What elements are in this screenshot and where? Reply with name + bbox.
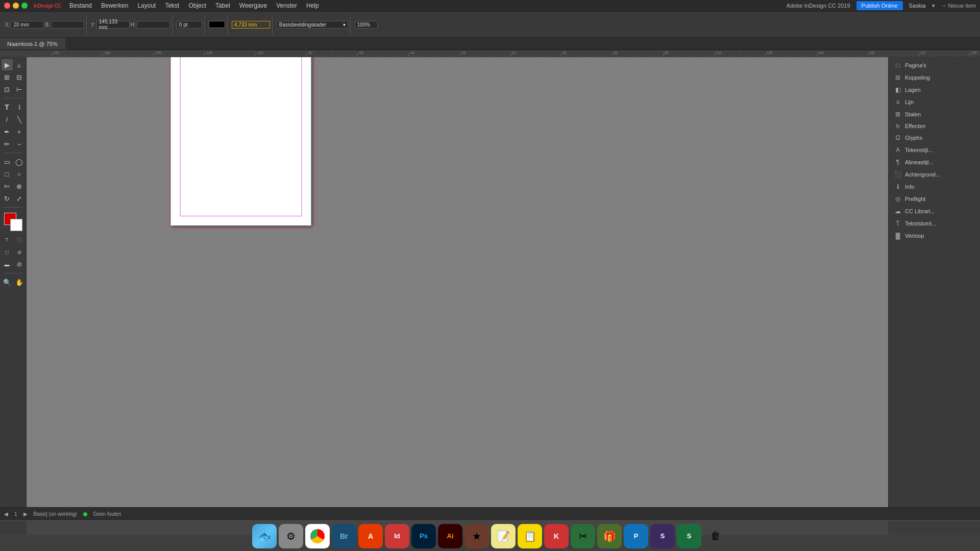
page-canvas[interactable] bbox=[171, 57, 311, 226]
dock-stickies[interactable]: 📋 bbox=[518, 524, 542, 548]
tab-naamloos[interactable]: Naamloos-1 @ 75% bbox=[0, 38, 65, 49]
panel-tekststoml[interactable]: T Tekststoml... bbox=[889, 217, 980, 230]
menu-bewerken[interactable]: Bewerken bbox=[97, 1, 132, 10]
line-tool[interactable]: / bbox=[2, 114, 13, 125]
maximize-button[interactable] bbox=[21, 3, 28, 9]
panel-lagen[interactable]: ◧ Lagen bbox=[889, 84, 980, 96]
panel-preflight[interactable]: ◎ Preflight bbox=[889, 193, 980, 205]
coord-input[interactable]: 4,733 mm bbox=[232, 21, 270, 29]
svg-text:10: 10 bbox=[511, 51, 516, 55]
content-place-tool[interactable]: ⊢ bbox=[14, 84, 25, 95]
content-collect-tool[interactable]: ⊡ bbox=[2, 84, 13, 95]
dock-trash[interactable]: 🗑 bbox=[703, 524, 728, 548]
dock-app6[interactable]: S bbox=[677, 524, 701, 548]
dock-finder[interactable]: 🐟 bbox=[252, 524, 277, 548]
dock-app4[interactable]: P bbox=[624, 524, 648, 548]
page-nav-next[interactable]: ▶ bbox=[23, 511, 28, 517]
x-label: X: bbox=[5, 22, 10, 28]
panel-cc-libraries[interactable]: ☁ CC Librari... bbox=[889, 205, 980, 217]
panel-paginas[interactable]: □ Pagina's bbox=[889, 59, 980, 71]
type-path-tool[interactable]: ⌇ bbox=[14, 102, 25, 113]
panel-verloop[interactable]: ▓ Verloop bbox=[889, 230, 980, 242]
rect-frame-tool[interactable]: ▭ bbox=[2, 156, 13, 167]
chrome-icon bbox=[310, 529, 325, 543]
menu-tekst[interactable]: Tekst bbox=[161, 1, 183, 10]
panel-lijn[interactable]: ≡ Lijn bbox=[889, 96, 980, 108]
normal-mode[interactable]: T bbox=[2, 234, 13, 245]
dock-notes[interactable]: 📝 bbox=[491, 524, 516, 548]
main-layout: ▶ ▵ ⊞ ⊟ ⊡ ⊢ T ⌇ / ╲ ✒ + ✏ ~ ▭ bbox=[0, 57, 980, 535]
panel-stalen[interactable]: ⊠ Stalen bbox=[889, 108, 980, 120]
add-anchor-tool[interactable]: + bbox=[14, 126, 25, 137]
panel-achtergrond[interactable]: ⬛ Achtergrond... bbox=[889, 168, 980, 181]
zoom-input[interactable]: 100% bbox=[355, 21, 378, 29]
view-mode1[interactable]: □ bbox=[2, 246, 13, 258]
page-nav-prev[interactable]: ◀ bbox=[4, 511, 8, 517]
close-button[interactable] bbox=[4, 3, 10, 9]
panel-tekenstijl[interactable]: A Tekenstijl... bbox=[889, 144, 980, 156]
h-input[interactable] bbox=[137, 21, 170, 29]
gap-tool[interactable]: ⊟ bbox=[14, 71, 25, 83]
hand-tool[interactable]: ✋ bbox=[14, 277, 25, 288]
dock-app5[interactable]: S bbox=[650, 524, 675, 548]
pencil-tool[interactable]: ✏ bbox=[2, 138, 13, 149]
scissors-tool[interactable]: ✄ bbox=[2, 181, 13, 192]
panel-glyphs[interactable]: Ω Glyphs bbox=[889, 132, 980, 144]
y-input[interactable]: 145,133 mm bbox=[96, 21, 130, 29]
toolbar-fill-group bbox=[207, 14, 228, 35]
menu-help[interactable]: Help bbox=[302, 1, 323, 10]
ellipse-frame-tool[interactable]: ◯ bbox=[14, 156, 25, 167]
scale-tool[interactable]: ⤢ bbox=[14, 193, 25, 204]
panel-koppeling[interactable]: ⊞ Koppeling bbox=[889, 71, 980, 84]
dock-illustrator[interactable]: Ai bbox=[438, 524, 462, 548]
menu-bestand[interactable]: Bestand bbox=[65, 1, 96, 10]
dock-indesign[interactable]: Id bbox=[385, 524, 409, 548]
dock-chrome[interactable] bbox=[305, 524, 330, 548]
menu-tabel[interactable]: Tabel bbox=[211, 1, 234, 10]
toolbar-stroke-group: 0 pt bbox=[175, 14, 205, 35]
view-mode2[interactable]: ⊘ bbox=[14, 246, 25, 258]
fill-preview[interactable] bbox=[209, 21, 225, 28]
ellipse-tool[interactable]: ○ bbox=[14, 168, 25, 180]
gradient-tool[interactable]: ▬ bbox=[2, 259, 13, 270]
panel-effecten[interactable]: fx Effecten bbox=[889, 120, 980, 132]
menu-venster[interactable]: Venster bbox=[272, 1, 301, 10]
traffic-lights bbox=[4, 3, 28, 9]
background-color[interactable] bbox=[10, 219, 22, 231]
dock-system-prefs[interactable]: ⚙ bbox=[279, 524, 303, 548]
rect-tool[interactable]: □ bbox=[2, 168, 13, 180]
user-dropdown[interactable]: ▾ bbox=[932, 3, 935, 9]
direct-select-tool[interactable]: ▵ bbox=[14, 59, 25, 70]
panel-info[interactable]: ℹ Info bbox=[889, 181, 980, 193]
dock-app2[interactable]: ✂ bbox=[571, 524, 595, 548]
dock-app1[interactable]: ★ bbox=[464, 524, 489, 548]
dock-photoshop[interactable]: Ps bbox=[411, 524, 436, 548]
frame-mode[interactable]: ⬛ bbox=[14, 234, 25, 245]
page-tool[interactable]: ⊞ bbox=[2, 71, 13, 83]
menu-layout[interactable]: Layout bbox=[133, 1, 160, 10]
select-tool[interactable]: ▶ bbox=[2, 59, 13, 70]
new-item-button[interactable]: → Nieuw item bbox=[941, 3, 976, 9]
user-name: Saskia bbox=[909, 3, 926, 9]
dock-keynote[interactable]: K bbox=[544, 524, 569, 548]
frame-type-dropdown[interactable]: Basisbeeldingskader ▾ bbox=[277, 21, 348, 29]
menu-object[interactable]: Object bbox=[184, 1, 210, 10]
dock-bridge[interactable]: Br bbox=[332, 524, 356, 548]
line2-tool[interactable]: ╲ bbox=[14, 114, 25, 125]
minimize-button[interactable] bbox=[13, 3, 19, 9]
x-input[interactable]: 20 mm bbox=[11, 21, 44, 29]
pt-input[interactable]: 0 pt bbox=[177, 21, 202, 29]
dock-app3[interactable]: 🎁 bbox=[597, 524, 622, 548]
zoom-tool[interactable]: 🔍 bbox=[2, 277, 13, 288]
dock-acrobat[interactable]: A bbox=[358, 524, 383, 548]
publish-online-button[interactable]: Publish Online bbox=[856, 1, 903, 10]
transform-tool[interactable]: ⊕ bbox=[14, 181, 25, 192]
w-input[interactable] bbox=[51, 21, 84, 29]
smooth-tool[interactable]: ~ bbox=[14, 138, 25, 149]
rotate-tool[interactable]: ↻ bbox=[2, 193, 13, 204]
eyedropper-tool[interactable]: ⊘ bbox=[14, 259, 25, 270]
pen-tool[interactable]: ✒ bbox=[2, 126, 13, 137]
type-tool[interactable]: T bbox=[2, 102, 13, 113]
menu-weergave[interactable]: Weergave bbox=[235, 1, 271, 10]
panel-alineastijl[interactable]: ¶ Alineastijl... bbox=[889, 156, 980, 168]
